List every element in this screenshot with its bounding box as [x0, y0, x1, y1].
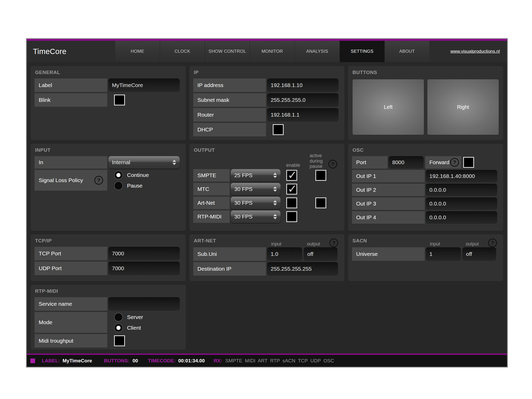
device-label-input[interactable]: MyTimeCore	[108, 78, 180, 92]
help-icon[interactable]	[328, 160, 337, 169]
rtpmidi-out-label: RTP-MIDI	[193, 210, 230, 223]
artnet-out-label: Art-Net	[193, 197, 230, 209]
universe-output[interactable]: off	[462, 247, 496, 261]
mtc-enable-checkbox[interactable]	[286, 184, 297, 195]
client-option[interactable]: Client	[114, 323, 143, 332]
pause-radio[interactable]	[114, 181, 123, 190]
website-link[interactable]: www.visualproductions.nl	[450, 49, 500, 54]
mtc-fps-select[interactable]: 30 FPS	[231, 183, 281, 195]
continue-label: Continue	[127, 172, 149, 178]
destination-ip-input[interactable]: 255.255.255.255	[267, 262, 338, 276]
server-radio[interactable]	[114, 313, 123, 322]
panel-title: BUTTONS	[353, 70, 499, 75]
help-icon[interactable]	[329, 238, 338, 247]
tcp-port-input[interactable]: 7000	[108, 247, 180, 260]
service-name-input[interactable]	[108, 297, 180, 311]
server-option[interactable]: Server	[114, 313, 143, 322]
client-radio[interactable]	[114, 323, 123, 332]
subnet-label: Subnet mask	[193, 93, 266, 107]
dhcp-checkbox[interactable]	[273, 124, 284, 135]
pause-option[interactable]: Pause	[114, 181, 149, 190]
osc-out-ip3-label: Out IP 3	[352, 197, 425, 210]
status-buttons-key: BUTTONS:	[104, 358, 129, 364]
universe-input[interactable]: 1	[426, 247, 461, 261]
dhcp-label: DHCP	[193, 123, 266, 136]
artnet-enable-checkbox[interactable]	[286, 197, 297, 208]
osc-out-ip3-input[interactable]: 0.0.0.0	[426, 197, 497, 210]
signal-loss-label-cell: Signal Loss Policy	[35, 170, 107, 191]
osc-out-ip4-input[interactable]: 0.0.0.0	[426, 211, 497, 224]
universe-label: Universe	[352, 247, 425, 261]
dropdown-arrows-icon	[273, 214, 277, 219]
tab-clock[interactable]: CLOCK	[160, 41, 205, 62]
udp-port-input[interactable]: 7000	[108, 262, 180, 275]
tab-home[interactable]: HOME	[115, 41, 160, 62]
tab-show-control[interactable]: SHOW CONTROL	[205, 41, 250, 62]
help-icon[interactable]	[488, 238, 497, 247]
smpte-fps-select[interactable]: 25 FPS	[231, 169, 281, 182]
osc-forward-checkbox[interactable]	[463, 157, 474, 168]
panel-title: OUTPUT	[194, 147, 341, 153]
router-input[interactable]: 192.168.1.1	[267, 108, 338, 122]
osc-out-ip2-input[interactable]: 0.0.0.0	[426, 184, 497, 196]
nav-tabs: HOME CLOCK SHOW CONTROL MONITOR ANALYSIS…	[115, 41, 429, 62]
sacn-column-headers: input output	[352, 241, 499, 247]
left-button[interactable]: Left	[352, 79, 424, 135]
help-icon[interactable]	[94, 176, 103, 185]
subuni-output[interactable]: off	[304, 247, 337, 261]
osc-out-ip1-input[interactable]: 192.168.1.40:8000	[426, 170, 497, 182]
blink-checkbox[interactable]	[114, 95, 125, 105]
right-button[interactable]: Right	[427, 79, 499, 135]
smpte-active-pause-checkbox[interactable]	[315, 170, 326, 181]
in-select[interactable]: Internal	[108, 156, 180, 169]
subnet-input[interactable]: 255.255.255.0	[267, 93, 338, 107]
subnet-row: Subnet mask 255.255.255.0	[193, 93, 341, 107]
subuni-input[interactable]: 1.0	[267, 247, 302, 261]
ip-address-input[interactable]: 192.168.1.10	[267, 78, 338, 92]
label-field-label: Label	[35, 78, 107, 92]
panel-tcpip: TCP/IP TCP Port 7000 UDP Port 7000	[31, 234, 186, 281]
panel-title: IP	[194, 70, 341, 75]
tab-monitor[interactable]: MONITOR	[250, 41, 295, 62]
dropdown-arrows-icon	[273, 173, 277, 178]
subuni-row: Sub.Uni 1.0 off	[193, 247, 341, 261]
top-accent-bar	[27, 39, 507, 41]
continue-option[interactable]: Continue	[114, 171, 149, 179]
tab-settings[interactable]: SETTINGS	[340, 41, 384, 62]
midi-troughput-checkbox[interactable]	[114, 335, 125, 346]
smpte-row: SMPTE 25 FPS	[193, 169, 341, 182]
nav-link-area: www.visualproductions.nl	[450, 41, 507, 62]
artnet-fps-select[interactable]: 30 FPS	[231, 197, 281, 209]
rtpmidi-enable-checkbox[interactable]	[286, 211, 297, 222]
signal-loss-row: Signal Loss Policy Continue Pause	[35, 170, 182, 191]
continue-radio[interactable]	[114, 171, 123, 179]
artnet-out-row: Art-Net 30 FPS	[193, 197, 341, 209]
tab-analysis[interactable]: ANALYSIS	[295, 41, 340, 62]
status-indicator-icon	[30, 358, 35, 363]
artnet-active-pause-checkbox[interactable]	[315, 197, 326, 208]
rtpmidi-fps-select[interactable]: 30 FPS	[231, 210, 281, 223]
mtc-row: MTC 30 FPS	[193, 183, 341, 195]
mode-radios: Server Client	[114, 312, 143, 333]
status-label-key: LABEL:	[42, 358, 60, 364]
service-name-label: Service name	[35, 297, 107, 311]
app-logo: TimeCore	[27, 41, 115, 62]
osc-port-input[interactable]: 8000	[389, 156, 424, 169]
udp-port-row: UDP Port 7000	[35, 262, 182, 275]
settings-content: GENERAL Label MyTimeCore Blink IP IP add…	[27, 62, 507, 354]
midi-troughput-row: Midi troughput	[35, 334, 182, 348]
pause-label: Pause	[127, 183, 143, 189]
subuni-label: Sub.Uni	[193, 247, 266, 261]
router-row: Router 192.168.1.1	[193, 108, 341, 122]
panel-rtpmidi: RTP-MIDI Service name Mode Server Client	[31, 285, 186, 350]
smpte-enable-checkbox[interactable]	[286, 170, 297, 181]
destination-ip-row: Destination IP 255.255.255.255	[193, 262, 341, 276]
ip-address-row: IP address 192.168.1.10	[193, 78, 341, 92]
panel-general: GENERAL Label MyTimeCore Blink	[31, 66, 186, 140]
signal-loss-label: Signal Loss Policy	[39, 177, 83, 183]
tab-about[interactable]: ABOUT	[384, 41, 429, 62]
help-icon[interactable]	[450, 158, 459, 167]
label-row: Label MyTimeCore	[35, 78, 182, 92]
active-during-pause-header: active during pause	[310, 153, 344, 169]
panel-title: OSC	[353, 147, 499, 153]
